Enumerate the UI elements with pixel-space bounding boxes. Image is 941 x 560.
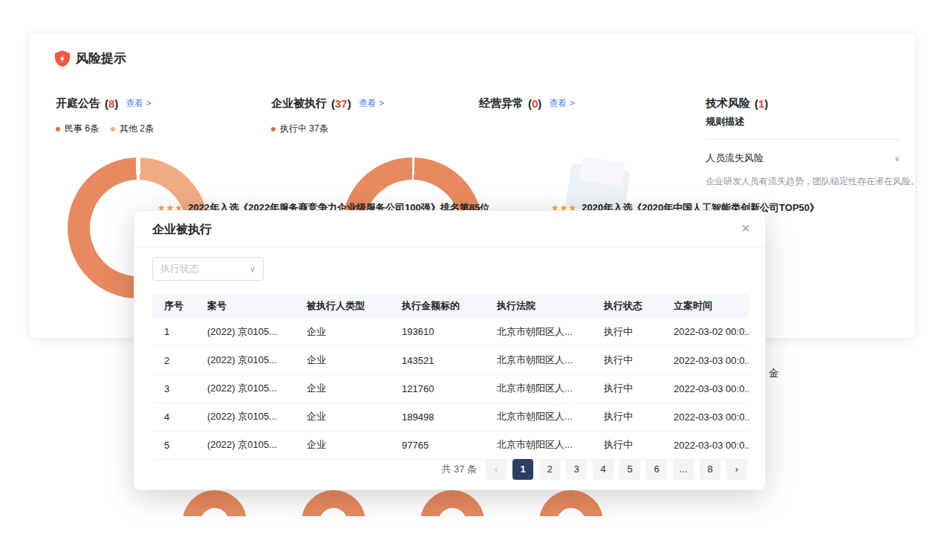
cell: 北京市朝阳区人... <box>485 318 592 346</box>
cell: 北京市朝阳区人... <box>485 346 592 374</box>
legend-label: 执行中 37条 <box>280 123 328 135</box>
divider <box>706 139 900 140</box>
pagination-page-button[interactable]: 3 <box>566 459 587 480</box>
cell: 北京市朝阳区人... <box>485 403 592 431</box>
pagination-page-button[interactable]: 5 <box>619 459 640 480</box>
table-row: 2 (2022) 京0105... 企业 143521 北京市朝阳区人... 执… <box>152 346 749 374</box>
cell: 121760 <box>390 374 485 403</box>
modal-title: 企业被执行 <box>152 222 212 238</box>
occluded-donut-chart <box>420 490 484 516</box>
hearing-legend: 民事 6条 其他 2条 <box>56 123 154 135</box>
chevron-down-icon: ∨ <box>250 264 255 274</box>
cell: 企业 <box>295 431 390 459</box>
cell: 2022-03-03 00:0... <box>662 346 749 374</box>
cell: 执行中 <box>592 374 662 403</box>
rule-desc-label: 规则描述 <box>706 115 900 128</box>
pagination-prev-button[interactable]: ‹ <box>486 459 507 480</box>
modal-header: 企业被执行 × <box>134 211 765 248</box>
cell: 2022-03-03 00:0... <box>662 431 749 459</box>
card-header: 风险提示 <box>55 50 126 67</box>
cell: (2022) 京0105... <box>195 346 295 374</box>
cell: 189498 <box>390 403 485 431</box>
table-row: 3 (2022) 京0105... 企业 121760 北京市朝阳区人... 执… <box>152 374 749 403</box>
risk-item-title: 人员流失风险 <box>706 152 763 165</box>
pagination-page-button[interactable]: 6 <box>646 459 667 480</box>
section-hearing-announcements: 开庭公告 8 查看 > <box>56 97 152 111</box>
execution-legend: 执行中 37条 <box>271 123 328 135</box>
cell: 执行中 <box>592 431 662 459</box>
cell: (2022) 京0105... <box>195 374 295 403</box>
card-title: 风险提示 <box>76 50 126 67</box>
pagination-page-button[interactable]: 1 <box>512 459 533 480</box>
chevron-down-icon[interactable]: ∨ <box>894 154 900 163</box>
cell: 97765 <box>390 431 485 459</box>
legend-label: 其他 2条 <box>120 123 154 135</box>
col-header: 执行金额标的 <box>390 294 485 318</box>
close-icon[interactable]: × <box>741 220 750 237</box>
occluded-donut-chart <box>302 490 365 516</box>
col-header: 被执行人类型 <box>295 294 390 318</box>
legend-item: 民事 6条 <box>56 123 99 135</box>
execution-status-select[interactable]: 执行状态 ∨ <box>152 257 264 281</box>
occluded-charts-strip <box>0 490 941 516</box>
table-header-row: 序号 案号 被执行人类型 执行金额标的 执行法院 执行状态 立案时间 <box>152 294 749 318</box>
view-link[interactable]: 查看 > <box>126 97 151 110</box>
risk-item-row[interactable]: 人员流失风险 ∨ <box>706 152 900 165</box>
cell: 执行中 <box>592 318 662 346</box>
section-title: 企业被执行 <box>271 97 327 111</box>
section-enterprise-executed: 企业被执行 37 查看 > <box>271 97 384 111</box>
legend-dot-icon <box>111 127 115 131</box>
col-header: 案号 <box>195 294 295 318</box>
legend-dot-icon <box>56 127 60 131</box>
select-placeholder: 执行状态 <box>160 262 199 276</box>
cell: 北京市朝阳区人... <box>485 431 592 459</box>
col-header: 序号 <box>152 294 195 318</box>
table-row: 5 (2022) 京0105... 企业 97765 北京市朝阳区人... 执行… <box>152 431 749 459</box>
col-header: 执行状态 <box>592 294 662 318</box>
pagination-page-button[interactable]: 2 <box>539 459 560 480</box>
cell: 143521 <box>390 346 485 374</box>
cell: 1 <box>152 318 195 346</box>
section-count: 37 <box>331 97 351 110</box>
pagination-ellipsis[interactable]: ... <box>673 459 694 480</box>
section-title: 开庭公告 <box>56 97 100 111</box>
cell: (2022) 京0105... <box>195 403 295 431</box>
cell: 北京市朝阳区人... <box>485 374 592 403</box>
legend-dot-icon <box>271 127 276 131</box>
section-business-abnormality: 经营异常 0 查看 > <box>479 97 575 111</box>
table-row: 4 (2022) 京0105... 企业 189498 北京市朝阳区人... 执… <box>152 403 749 431</box>
cell: 执行中 <box>592 403 662 431</box>
col-header: 执行法院 <box>485 294 592 318</box>
cell: 4 <box>152 403 195 431</box>
pagination-next-button[interactable]: › <box>726 459 747 480</box>
occluded-donut-chart <box>539 490 603 516</box>
occluded-donut-chart <box>183 490 247 516</box>
section-title: 经营异常 <box>479 97 524 111</box>
cell: 2 <box>152 346 195 374</box>
shield-risk-icon <box>55 51 70 67</box>
execution-modal: 企业被执行 × 执行状态 ∨ 序号 案号 被执行人类型 执行金额标的 执行法院 … <box>134 210 766 490</box>
view-link[interactable]: 查看 > <box>359 97 384 110</box>
legend-label: 民事 6条 <box>65 123 99 135</box>
risk-item-desc: 企业研发人员有流失趋势，团队稳定性存在潜在风险。 <box>706 175 900 188</box>
table-row: 1 (2022) 京0105... 企业 193610 北京市朝阳区人... 执… <box>152 318 749 346</box>
cell: 企业 <box>295 403 390 431</box>
legend-item: 其他 2条 <box>111 123 154 135</box>
legend-item: 执行中 37条 <box>271 123 328 135</box>
cell: (2022) 京0105... <box>195 431 295 459</box>
cell: 2022-03-03 00:0... <box>662 403 749 431</box>
cell: 执行中 <box>592 346 662 374</box>
section-count: 8 <box>105 97 118 110</box>
cell: 2022-03-02 00:0... <box>662 318 749 346</box>
view-link[interactable]: 查看 > <box>549 97 574 110</box>
section-tech-risk: 技术风险 1 <box>706 97 768 111</box>
cell: 企业 <box>295 318 390 346</box>
pagination-page-button[interactable]: 4 <box>593 459 613 480</box>
cell: (2022) 京0105... <box>195 318 295 346</box>
pagination: 共 37 条 ‹ 1 2 3 4 5 6 ... 8 › <box>441 459 747 480</box>
cell: 3 <box>152 374 195 403</box>
page-canvas: 风险提示 开庭公告 8 查看 > 企业被执行 37 查看 > 经营异常 0 查看… <box>0 0 941 560</box>
cell: 企业 <box>295 346 390 374</box>
cell: 193610 <box>390 318 485 346</box>
pagination-page-button[interactable]: 8 <box>700 459 720 480</box>
